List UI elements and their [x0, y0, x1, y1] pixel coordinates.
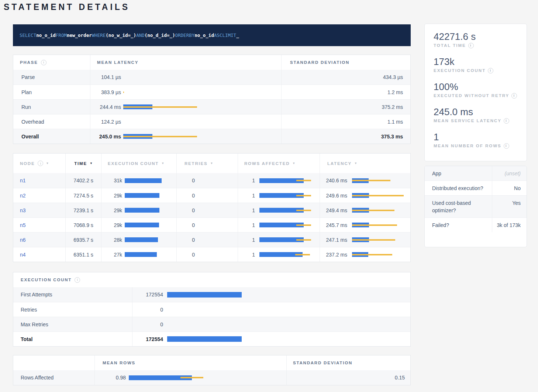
- execution-count-header-label: EXECUTION COUNT: [21, 278, 72, 282]
- sort-icon[interactable]: ▼: [354, 162, 357, 165]
- app-detail-value: No: [492, 181, 527, 195]
- execution-count-header: EXECUTION COUNT i: [13, 272, 410, 287]
- latency-value: 249.6 ms: [320, 193, 347, 199]
- sort-icon[interactable]: ▼: [292, 162, 295, 165]
- sql-identifier: _): [131, 32, 136, 38]
- phase-row: Plan383.9 µs1.2 ms: [13, 85, 410, 99]
- column-header-label: TIME: [74, 161, 87, 166]
- stddev-bar: [123, 136, 197, 137]
- node-link[interactable]: n6: [20, 237, 26, 243]
- latency-bar: [123, 104, 197, 109]
- summary-stat: 245.0 msMEAN SERVICE LATENCYi: [434, 106, 518, 124]
- sort-icon[interactable]: ▼: [210, 162, 213, 165]
- node-header-latency[interactable]: LATENCY▼: [320, 154, 410, 173]
- mean-bar: [125, 237, 158, 242]
- latency-bar: [352, 223, 397, 227]
- latency-bar: [352, 178, 390, 183]
- latency-bar: [352, 252, 392, 257]
- standard-deviation-cell: 0.15: [287, 370, 410, 385]
- rows-affected-cell: 1: [238, 247, 320, 262]
- standard-deviation-value: 375.3 ms: [381, 134, 403, 140]
- latency-cell: 249.4 ms: [320, 203, 410, 217]
- standard-deviation-value: 0.15: [395, 375, 405, 381]
- mean-rows-header-cell: MEAN ROWS: [95, 355, 287, 370]
- phase-header-label: PHASE: [20, 60, 38, 65]
- phase-table: PHASE i MEAN LATENCY STANDARD DEVIATION …: [13, 55, 411, 144]
- latency-bar: [352, 193, 404, 198]
- retries-cell: 0: [177, 233, 238, 247]
- info-icon[interactable]: i: [504, 143, 509, 149]
- count-value: 172554: [132, 292, 163, 298]
- sql-identifier: no_o_id: [194, 32, 214, 38]
- node-link[interactable]: n2: [20, 193, 26, 199]
- sort-icon[interactable]: ▼: [46, 162, 49, 165]
- summary-stats-card: 42271.6 sTOTAL TIMEi173kEXECUTION COUNTi…: [424, 24, 527, 161]
- phase-name-cell: Overall: [13, 129, 90, 144]
- row-label: First Attempts: [21, 292, 52, 298]
- node-link[interactable]: n5: [20, 222, 26, 228]
- latency-cell: 237.2 ms: [320, 247, 410, 262]
- node-header-execution-count[interactable]: EXECUTION COUNT▼: [101, 154, 177, 173]
- retries-value: 0: [177, 252, 195, 258]
- node-link[interactable]: n4: [20, 252, 26, 258]
- row-label: Total: [21, 336, 32, 342]
- info-icon[interactable]: i: [41, 60, 46, 65]
- stddev-bar: [352, 224, 397, 226]
- stddev-bar: [352, 195, 404, 196]
- node-header-node[interactable]: NODEi▼: [13, 154, 66, 173]
- info-icon[interactable]: i: [488, 68, 493, 73]
- stat-label: EXECUTED WITHOUT RETRYi: [434, 92, 518, 99]
- stat-value: 42271.6 s: [434, 31, 518, 42]
- info-icon[interactable]: i: [38, 161, 43, 166]
- node-link[interactable]: n3: [20, 207, 26, 213]
- value-cell: 172554: [132, 332, 410, 346]
- value-cell: 172554: [132, 287, 410, 302]
- node-cell: n6: [13, 233, 66, 247]
- node-header-time[interactable]: TIME▼: [66, 154, 101, 173]
- app-detail-label: Failed?: [425, 218, 492, 232]
- sql-keyword: AND: [136, 32, 145, 38]
- rows-affected-cell: 1: [238, 188, 320, 203]
- info-icon[interactable]: i: [504, 118, 509, 124]
- mean-latency-cell: 124.2 µs: [90, 114, 282, 129]
- sort-icon[interactable]: ▼: [161, 162, 164, 165]
- rows-affected-header: MEAN ROWS STANDARD DEVIATION: [13, 355, 410, 370]
- phase-row: Overall245.0 ms375.3 ms: [13, 129, 410, 144]
- mean-latency-value: 245.0 ms: [90, 134, 121, 140]
- time-cell: 7068.9 s: [66, 218, 101, 232]
- latency-bar: [259, 252, 310, 257]
- execution-count-cell: 29k: [101, 188, 177, 203]
- standard-deviation-cell: 434.3 µs: [282, 70, 410, 85]
- standard-deviation-header-cell: STANDARD DEVIATION: [287, 355, 410, 370]
- sql-identifier: (no_w_id: [106, 32, 128, 38]
- summary-stat: 42271.6 sTOTAL TIMEi: [434, 31, 518, 49]
- node-cell: n5: [13, 218, 66, 232]
- retries-cell: 0: [177, 188, 238, 203]
- info-icon[interactable]: i: [468, 43, 474, 48]
- label-cell: Retries: [13, 302, 132, 317]
- node-cell: n3: [13, 203, 66, 217]
- execution-count-row: Total172554: [13, 331, 410, 346]
- rows-affected-value: 1: [238, 252, 255, 258]
- latency-bar: [125, 178, 162, 183]
- node-table-header: NODEi▼TIME▼EXECUTION COUNT▼RETRIES▼ROWS …: [13, 154, 410, 173]
- phase-name-cell: Overhead: [13, 114, 90, 129]
- node-row: n66935.7 s28k01247.1 ms: [13, 232, 410, 247]
- node-link[interactable]: n1: [20, 178, 26, 183]
- sort-icon[interactable]: ▼: [90, 162, 93, 165]
- sql-keyword: LIMIT: [223, 32, 237, 38]
- execution-count-header-cell: EXECUTION COUNT i: [13, 272, 410, 287]
- info-icon[interactable]: i: [511, 93, 517, 99]
- sql-identifier: no_o_id: [36, 32, 56, 38]
- sql-keyword: SELECT: [20, 32, 36, 38]
- latency-bar: [259, 208, 311, 213]
- info-icon[interactable]: i: [75, 277, 80, 283]
- node-header-rows-affected[interactable]: ROWS AFFECTED▼: [238, 154, 320, 173]
- latency-bar: [259, 193, 311, 198]
- node-cell: n1: [13, 173, 66, 188]
- app-detail-value: (unset): [492, 166, 527, 180]
- node-header-retries[interactable]: RETRIES▼: [177, 154, 238, 173]
- statement-details-page: STATEMENT DETAILS SELECT no_o_id FROM ne…: [0, 0, 538, 392]
- stat-value: 173k: [434, 56, 518, 67]
- column-header-label: RETRIES: [184, 161, 207, 166]
